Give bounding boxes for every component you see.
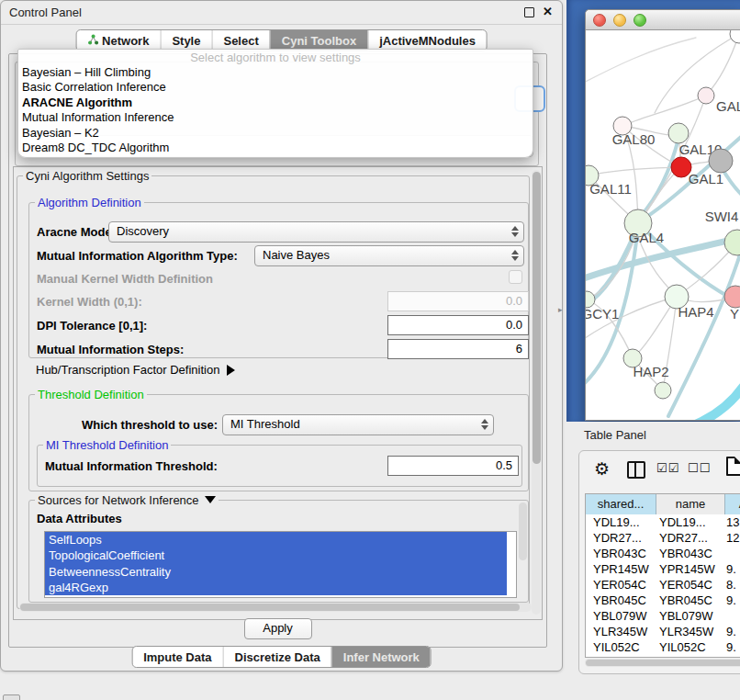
table-column-header[interactable]: A [725, 494, 740, 514]
manual-kernel-width-checkbox[interactable] [509, 270, 522, 284]
bottom-tab[interactable]: Discretize Data [223, 647, 331, 667]
network-node-label: HAP2 [633, 364, 668, 379]
network-node[interactable] [668, 123, 689, 143]
node-table: shared...nameA YDL19... YDL19... 13 YDR2… [585, 493, 740, 658]
settings-horizontal-scrollbar[interactable] [19, 603, 532, 612]
table-body: YDL19... YDL19... 13 YDR27... YDR27... 1… [586, 514, 740, 655]
tab-label: Network [102, 34, 149, 48]
table-column-header[interactable]: name [656, 494, 725, 514]
data-attribute-item[interactable]: TopologicalCoefficient [45, 548, 507, 563]
bottom-tab[interactable]: Impute Data [132, 647, 222, 667]
aracne-mode-label: Aracne Mode: [37, 225, 116, 239]
network-node-label: GCY1 [586, 306, 619, 322]
network-node[interactable] [724, 230, 740, 255]
hub-transcription-factor-toggle[interactable]: Hub/Transcription Factor Definition [36, 363, 235, 377]
table-row[interactable]: YDL19... YDL19... 13 [586, 514, 740, 530]
data-attribute-item[interactable]: SelfLoops [45, 532, 507, 548]
tab-label: Discretize Data [235, 650, 320, 664]
data-attribute-item[interactable]: gal4RGexp [45, 580, 507, 595]
threshold-definition-group: Threshold Definition Which threshold to … [28, 394, 529, 491]
file-icon[interactable] [726, 457, 740, 476]
aracne-mode-combo[interactable]: Discovery [108, 221, 524, 243]
network-view-window[interactable]: GALGAL80GAL10GAL1GAL11GAL4SWI4GCY1HAP4YH… [585, 9, 740, 421]
control-panel-tab[interactable]: Select [211, 30, 269, 51]
table-row[interactable]: YPR145W YPR145W 9. [586, 561, 740, 577]
network-edge[interactable] [689, 378, 740, 420]
network-edge[interactable] [622, 96, 706, 126]
close-traffic-light-icon[interactable] [593, 14, 606, 27]
mi-threshold-input[interactable]: 0.5 [387, 456, 519, 476]
cyni-algorithm-settings-group: Cyni Algorithm Settings Algorithm Defini… [17, 175, 530, 609]
algorithm-dropdown-item[interactable]: ARACNE Algorithm [18, 96, 533, 110]
group-title: MI Threshold Definition [43, 438, 171, 452]
table-row[interactable]: YIL052C YIL052C 9. [586, 639, 740, 655]
apply-button[interactable]: Apply [244, 618, 312, 639]
cut-off-corner-button[interactable] [3, 694, 20, 700]
network-node[interactable] [709, 149, 733, 173]
table-panel-area: Table Panel ⚙ ☑☑ ☐☐ shared...nameA YDL19… [566, 422, 740, 700]
mi-threshold-label: Mutual Information Threshold: [45, 459, 218, 473]
deselect-all-checkboxes-icon[interactable]: ☐☐ [688, 461, 711, 475]
sources-toggle[interactable]: Sources for Network Inference [35, 493, 219, 507]
kernel-width-input[interactable]: 0.0 [387, 291, 529, 311]
combo-arrows-icon [480, 418, 488, 431]
select-all-checkboxes-icon[interactable]: ☑☑ [656, 461, 679, 475]
control-panel-tab[interactable]: Cyni Toolbox [270, 30, 367, 51]
table-row[interactable]: YBR045C YBR045C 9. [586, 593, 740, 608]
data-attributes-label: Data Attributes [37, 512, 122, 525]
table-panel-card: ⚙ ☑☑ ☐☐ shared...nameA YDL19... YDL19...… [578, 450, 740, 674]
network-window-titlebar[interactable] [586, 10, 740, 30]
network-edge[interactable] [641, 139, 678, 216]
which-threshold-label: Which threshold to use: [82, 418, 218, 432]
tab-label: Cyni Toolbox [282, 34, 356, 48]
combo-arrows-icon [510, 249, 518, 262]
table-column-header[interactable]: shared... [586, 494, 656, 514]
table-row[interactable]: YBR043C YBR043C [586, 546, 740, 561]
network-edge[interactable] [668, 254, 740, 416]
close-icon[interactable]: ✕ [543, 6, 553, 18]
table-row[interactable]: YER054C YER054C 8. [586, 577, 740, 593]
bottom-tab[interactable]: Infer Network [331, 647, 431, 667]
control-panel-tab[interactable]: Style [160, 30, 211, 51]
mi-algorithm-type-combo[interactable]: Naive Bayes [254, 245, 524, 266]
minimize-traffic-light-icon[interactable] [613, 14, 626, 27]
which-threshold-combo[interactable]: MI Threshold [222, 414, 494, 435]
gear-icon[interactable]: ⚙ [594, 458, 610, 480]
zoom-traffic-light-icon[interactable] [633, 14, 646, 27]
table-row[interactable]: YDR27... YDR27... 12 [586, 530, 740, 546]
network-node[interactable] [730, 30, 740, 43]
algorithm-dropdown-item[interactable]: Mutual Information Inference [18, 110, 533, 125]
dropdown-placeholder: Select algorithm to view settings [18, 50, 533, 65]
kernel-width-label: Kernel Width (0,1): [37, 295, 142, 309]
network-node-label: GAL1 [689, 171, 723, 186]
table-row[interactable]: YBL079W YBL079W [586, 608, 740, 624]
float-window-icon[interactable] [524, 7, 534, 17]
network-node[interactable] [655, 382, 671, 399]
network-node-label: GAL80 [612, 131, 656, 147]
algorithm-dropdown-item[interactable]: Bayesian – K2 [18, 126, 533, 141]
data-attributes-list[interactable]: SelfLoopsTopologicalCoefficientBetweenne… [44, 531, 517, 598]
mi-steps-label: Mutual Information Steps: [37, 343, 184, 356]
columns-icon[interactable] [627, 461, 645, 479]
network-node[interactable] [698, 87, 714, 104]
data-attribute-item[interactable]: BetweennessCentrality [45, 564, 507, 580]
algorithm-dropdown-item[interactable]: Basic Correlation Inference [18, 80, 533, 95]
dpi-tolerance-input[interactable]: 0.0 [387, 315, 529, 335]
control-panel-tab[interactable]: Network [76, 30, 160, 51]
application-screen: Control Panel ✕ Network Style Select Cyn… [0, 0, 740, 700]
settings-vertical-scrollbar[interactable] [532, 170, 541, 615]
algorithm-dropdown-item[interactable]: Bayesian – Hill Climbing [18, 65, 533, 80]
network-graph: GALGAL80GAL10GAL1GAL11GAL4SWI4GCY1HAP4YH… [586, 30, 740, 420]
algorithm-dropdown-item[interactable]: Dream8 DC_TDC Algorithm [18, 141, 533, 155]
combo-arrows-icon [510, 225, 518, 238]
network-canvas[interactable]: GALGAL80GAL10GAL1GAL11GAL4SWI4GCY1HAP4YH… [586, 30, 740, 420]
control-panel-tab[interactable]: jActiveMNodules [367, 30, 487, 51]
table-horizontal-scrollbar[interactable] [585, 659, 740, 667]
bottom-tabbar: Impute Data Discretize Data Infer Networ… [131, 646, 432, 668]
algorithm-definition-group: Algorithm Definition Aracne Mode: Discov… [28, 202, 529, 358]
network-node-label: SWI4 [705, 209, 739, 224]
table-row[interactable]: YLR345W YLR345W 9. [586, 624, 740, 639]
split-pane-handle[interactable]: ▸ [558, 305, 563, 314]
mi-steps-input[interactable]: 6 [387, 339, 529, 359]
list-scrollbar[interactable] [519, 502, 527, 560]
